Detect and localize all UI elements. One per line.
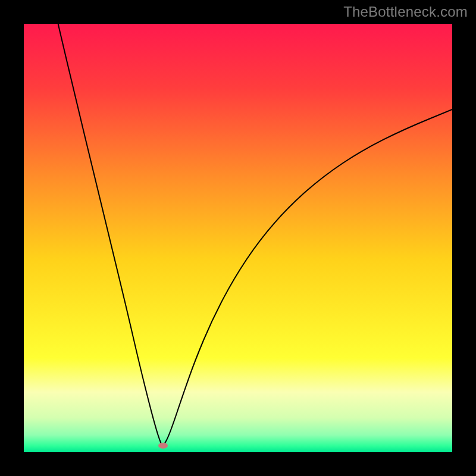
plot-area — [24, 24, 452, 452]
minimum-marker — [158, 443, 168, 449]
chart-frame: TheBottleneck.com — [0, 0, 476, 476]
curve-layer — [24, 24, 452, 452]
watermark-text: TheBottleneck.com — [343, 4, 468, 20]
bottleneck-curve — [58, 24, 452, 446]
